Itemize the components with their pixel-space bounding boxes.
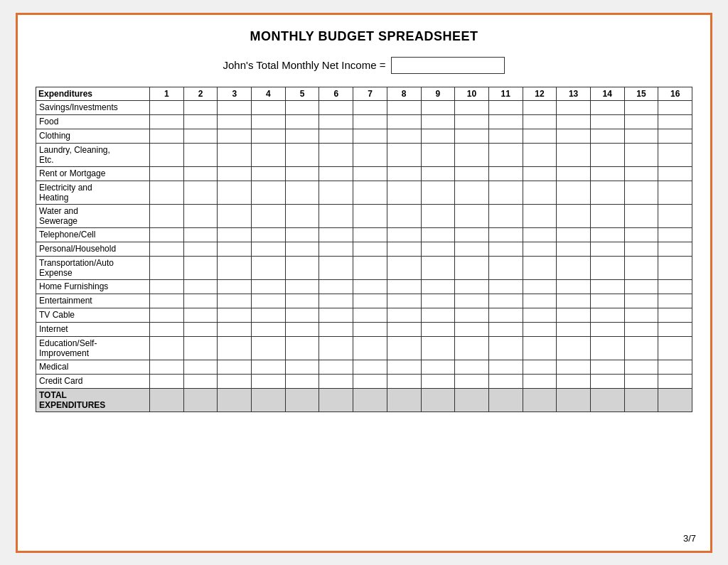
cell-9-13[interactable] xyxy=(590,256,624,279)
cell-12-12[interactable] xyxy=(557,308,591,322)
cell-1-7[interactable] xyxy=(387,114,421,129)
cell-10-14[interactable] xyxy=(624,279,658,294)
total-cell-9[interactable] xyxy=(455,388,489,411)
cell-1-8[interactable] xyxy=(421,114,455,129)
cell-8-7[interactable] xyxy=(387,242,421,256)
cell-4-1[interactable] xyxy=(183,166,218,181)
cell-3-10[interactable] xyxy=(488,143,523,166)
cell-16-0[interactable] xyxy=(150,374,184,388)
cell-9-2[interactable] xyxy=(218,256,252,279)
cell-15-8[interactable] xyxy=(421,360,455,374)
cell-6-7[interactable] xyxy=(387,204,421,227)
cell-3-6[interactable] xyxy=(353,143,387,166)
cell-7-8[interactable] xyxy=(421,227,455,242)
cell-9-10[interactable] xyxy=(488,256,523,279)
cell-14-5[interactable] xyxy=(319,336,353,360)
cell-1-12[interactable] xyxy=(557,114,591,129)
total-cell-6[interactable] xyxy=(353,388,387,411)
cell-14-10[interactable] xyxy=(488,336,523,360)
cell-15-14[interactable] xyxy=(624,360,658,374)
cell-11-2[interactable] xyxy=(218,294,252,308)
cell-14-4[interactable] xyxy=(285,336,319,360)
cell-13-11[interactable] xyxy=(523,322,557,336)
cell-6-14[interactable] xyxy=(624,204,658,227)
cell-11-15[interactable] xyxy=(658,294,692,308)
cell-5-0[interactable] xyxy=(150,181,184,204)
cell-9-14[interactable] xyxy=(624,256,658,279)
cell-6-10[interactable] xyxy=(488,204,523,227)
cell-3-2[interactable] xyxy=(218,143,252,166)
cell-2-4[interactable] xyxy=(285,129,319,143)
cell-9-12[interactable] xyxy=(557,256,591,279)
cell-8-9[interactable] xyxy=(455,242,489,256)
cell-13-7[interactable] xyxy=(387,322,421,336)
cell-11-9[interactable] xyxy=(455,294,489,308)
cell-4-9[interactable] xyxy=(455,166,489,181)
cell-4-4[interactable] xyxy=(285,166,319,181)
cell-16-6[interactable] xyxy=(353,374,387,388)
cell-12-10[interactable] xyxy=(488,308,523,322)
cell-0-4[interactable] xyxy=(285,100,319,114)
cell-3-14[interactable] xyxy=(624,143,658,166)
cell-3-8[interactable] xyxy=(421,143,455,166)
cell-1-14[interactable] xyxy=(624,114,658,129)
cell-8-8[interactable] xyxy=(421,242,455,256)
cell-1-11[interactable] xyxy=(523,114,557,129)
cell-5-1[interactable] xyxy=(183,181,218,204)
cell-12-7[interactable] xyxy=(387,308,421,322)
cell-15-13[interactable] xyxy=(590,360,624,374)
cell-7-11[interactable] xyxy=(523,227,557,242)
cell-0-10[interactable] xyxy=(488,100,523,114)
cell-3-15[interactable] xyxy=(658,143,692,166)
cell-7-2[interactable] xyxy=(218,227,252,242)
cell-14-6[interactable] xyxy=(353,336,387,360)
cell-3-5[interactable] xyxy=(319,143,353,166)
cell-2-10[interactable] xyxy=(488,129,523,143)
cell-4-7[interactable] xyxy=(387,166,421,181)
cell-3-1[interactable] xyxy=(183,143,218,166)
cell-14-2[interactable] xyxy=(218,336,252,360)
cell-14-0[interactable] xyxy=(150,336,184,360)
cell-15-9[interactable] xyxy=(455,360,489,374)
cell-9-11[interactable] xyxy=(523,256,557,279)
cell-1-15[interactable] xyxy=(658,114,692,129)
cell-14-9[interactable] xyxy=(455,336,489,360)
cell-4-12[interactable] xyxy=(557,166,591,181)
cell-5-11[interactable] xyxy=(523,181,557,204)
total-cell-4[interactable] xyxy=(285,388,319,411)
cell-0-15[interactable] xyxy=(658,100,692,114)
cell-14-3[interactable] xyxy=(252,336,286,360)
cell-16-15[interactable] xyxy=(658,374,692,388)
cell-13-2[interactable] xyxy=(218,322,252,336)
cell-6-5[interactable] xyxy=(319,204,353,227)
cell-8-2[interactable] xyxy=(218,242,252,256)
cell-6-15[interactable] xyxy=(658,204,692,227)
cell-12-2[interactable] xyxy=(218,308,252,322)
cell-5-10[interactable] xyxy=(488,181,523,204)
cell-16-14[interactable] xyxy=(624,374,658,388)
cell-5-15[interactable] xyxy=(658,181,692,204)
cell-5-12[interactable] xyxy=(557,181,591,204)
cell-1-3[interactable] xyxy=(252,114,286,129)
cell-3-4[interactable] xyxy=(285,143,319,166)
cell-10-2[interactable] xyxy=(218,279,252,294)
cell-11-11[interactable] xyxy=(523,294,557,308)
cell-12-6[interactable] xyxy=(353,308,387,322)
cell-14-14[interactable] xyxy=(624,336,658,360)
cell-12-15[interactable] xyxy=(658,308,692,322)
cell-16-13[interactable] xyxy=(590,374,624,388)
cell-9-15[interactable] xyxy=(658,256,692,279)
cell-3-13[interactable] xyxy=(590,143,624,166)
cell-4-11[interactable] xyxy=(523,166,557,181)
cell-7-6[interactable] xyxy=(353,227,387,242)
cell-0-11[interactable] xyxy=(523,100,557,114)
cell-6-0[interactable] xyxy=(150,204,184,227)
cell-9-0[interactable] xyxy=(150,256,184,279)
cell-4-8[interactable] xyxy=(421,166,455,181)
cell-6-8[interactable] xyxy=(421,204,455,227)
cell-6-9[interactable] xyxy=(455,204,489,227)
cell-2-2[interactable] xyxy=(218,129,252,143)
total-cell-13[interactable] xyxy=(590,388,624,411)
total-cell-11[interactable] xyxy=(523,388,557,411)
cell-6-3[interactable] xyxy=(252,204,286,227)
